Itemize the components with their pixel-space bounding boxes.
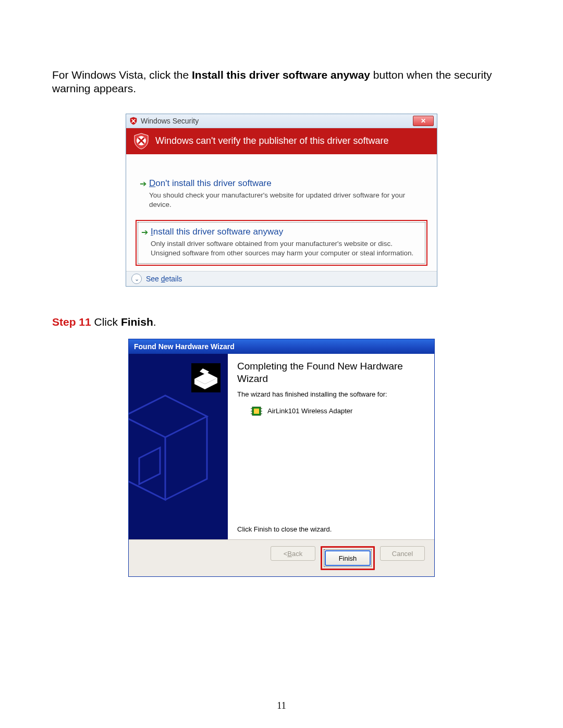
finish-button-highlight: Finish <box>321 546 375 570</box>
svg-rect-4 <box>254 409 259 414</box>
wizard-subtext: The wizard has finished installing the s… <box>237 390 425 398</box>
wizard-sidebar-graphic <box>129 354 228 539</box>
warning-banner: Windows can't verify the publisher of th… <box>126 128 437 154</box>
intro-paragraph: For Windows Vista, click the Install thi… <box>52 68 511 96</box>
device-name: AirLink101 Wireless Adapter <box>267 407 352 415</box>
device-chip-icon <box>251 405 262 417</box>
warning-banner-text: Windows can't verify the publisher of th… <box>155 135 389 146</box>
wizard-heading: Completing the Found New Hardware Wizard <box>237 360 425 385</box>
dialog-title: Windows Security <box>141 117 199 125</box>
step-number: Step 11 <box>52 316 91 328</box>
option-install-anyway[interactable]: ➔ Install this driver software anyway On… <box>138 222 425 264</box>
option-install-anyway-title: Install this driver software anyway <box>151 227 422 237</box>
shield-icon <box>129 117 138 125</box>
wizard-button-row: < Back Finish Cancel <box>129 539 434 576</box>
arrow-icon: ➔ <box>140 178 149 209</box>
chevron-down-icon: ⌄ <box>131 274 142 284</box>
close-button[interactable]: ✕ <box>413 116 434 126</box>
windows-security-dialog: Windows Security ✕ Windows can't verify … <box>126 114 437 287</box>
option-dont-install-title: Don't install this driver software <box>149 178 423 189</box>
intro-pre: For Windows Vista, click the <box>52 69 192 81</box>
arrow-icon: ➔ <box>141 227 151 258</box>
finish-button[interactable]: Finish <box>325 550 371 566</box>
dialog-titlebar: Windows Security ✕ <box>126 114 437 128</box>
found-new-hardware-dialog: Found New Hardware Wizard <box>128 339 435 577</box>
intro-bold: Install this driver software anyway <box>192 69 370 81</box>
cancel-button: Cancel <box>380 546 425 561</box>
back-button: < Back <box>271 546 315 561</box>
option-install-anyway-highlight: ➔ Install this driver software anyway On… <box>136 220 427 266</box>
step-11-instruction: Step 11 Click Finish. <box>52 316 511 328</box>
wizard-main-panel: Completing the Found New Hardware Wizard… <box>228 354 434 539</box>
dialog-body: ➔ Don't install this driver software You… <box>126 154 437 272</box>
page-number: 11 <box>0 700 563 711</box>
close-icon: ✕ <box>421 117 426 125</box>
option-install-anyway-desc: Only install driver software obtained fr… <box>151 239 422 258</box>
dialog-titlebar: Found New Hardware Wizard <box>129 339 434 354</box>
wizard-close-hint: Click Finish to close the wizard. <box>237 525 425 536</box>
shield-error-icon <box>132 132 150 150</box>
see-details-label: See details <box>146 275 182 283</box>
dialog-title: Found New Hardware Wizard <box>134 342 235 351</box>
option-dont-install-desc: You should check your manufacturer's web… <box>149 191 423 209</box>
option-dont-install[interactable]: ➔ Don't install this driver software You… <box>136 173 427 217</box>
device-row: AirLink101 Wireless Adapter <box>237 405 425 417</box>
see-details-toggle[interactable]: ⌄ See details <box>126 271 437 286</box>
